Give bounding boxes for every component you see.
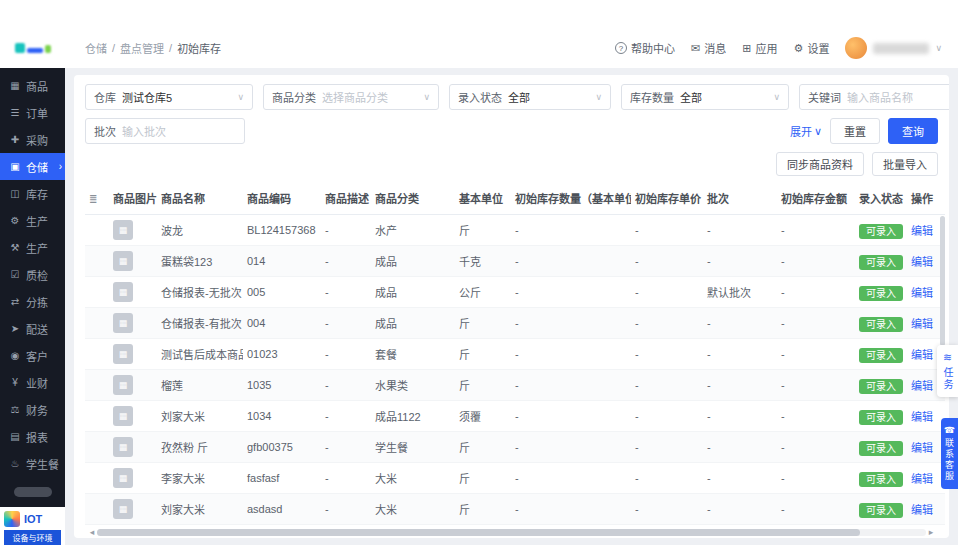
sidebar-item-qc[interactable]: ☑质检	[0, 261, 65, 288]
scrollbar-thumb[interactable]	[97, 529, 860, 536]
edit-link[interactable]: 编辑	[911, 473, 933, 485]
edit-link[interactable]: 编辑	[911, 287, 933, 299]
product-image-placeholder-icon: ▦	[113, 468, 133, 488]
sidebar-item-warehouse[interactable]: ▣仓储›	[0, 153, 65, 180]
sidebar-item-customer[interactable]: ◉客户	[0, 342, 65, 369]
batch-import-button[interactable]: 批量导入	[872, 152, 938, 176]
filter-label: 关键词	[808, 89, 841, 105]
topbar-action-settings[interactable]: ⚙设置	[794, 40, 830, 56]
edit-link[interactable]: 编辑	[911, 349, 933, 361]
cell-amount: -	[777, 215, 855, 246]
sidebar-item-student-meal[interactable]: ♨学生餐	[0, 450, 65, 477]
support-float-button[interactable]: ☎ 联系客服	[941, 418, 958, 489]
cell-unit: 斤	[455, 339, 511, 370]
filter-stock-qty[interactable]: 库存数量全部∨	[621, 84, 789, 110]
table-row: ▦测试售后成本商品01023-套餐斤----可录入编辑	[85, 339, 945, 370]
filter-category[interactable]: 商品分类选择商品分类∨	[263, 84, 439, 110]
horizontal-scrollbar: ◂ ▸	[87, 528, 936, 536]
cell-price: -	[631, 463, 703, 494]
edit-link[interactable]: 编辑	[911, 504, 933, 516]
sidebar-item-production[interactable]: ⚙生产	[0, 207, 65, 234]
status-cell: 可录入	[855, 277, 907, 308]
status-badge: 可录入	[859, 348, 903, 363]
edit-link[interactable]: 编辑	[911, 256, 933, 268]
sidebar: ▦商品☰订单✚采购▣仓储›◫库存⚙生产⚒生产☑质检⇄分拣➤配送◉客户¥业财⚖财务…	[0, 68, 65, 545]
sidebar-collapse-handle[interactable]	[14, 487, 52, 497]
sidebar-item-report[interactable]: ▤报表	[0, 423, 65, 450]
scrollbar-track[interactable]	[97, 529, 926, 536]
avatar[interactable]	[845, 37, 867, 59]
product-image-placeholder-icon: ▦	[113, 499, 133, 519]
topbar-action-label: 帮助中心	[631, 40, 675, 56]
column-header: 商品编码	[243, 182, 321, 215]
filter-keyword[interactable]: 关键词输入商品名称	[799, 84, 949, 110]
table-row: ▦刘家大米asdasd-大米斤----可录入编辑	[85, 494, 945, 525]
apps-icon: ⊞	[742, 42, 751, 55]
inventory-table: ≣商品图片商品名称商品编码商品描述商品分类基本单位初始库存数量（基本单位）初始库…	[85, 182, 945, 525]
edit-link[interactable]: 编辑	[911, 225, 933, 237]
edit-link[interactable]: 编辑	[911, 411, 933, 423]
finance-icon: ⚖	[9, 404, 21, 415]
filter-entry-status[interactable]: 录入状态全部∨	[449, 84, 611, 110]
product-image-placeholder-icon: ▦	[113, 220, 133, 240]
task-float-button[interactable]: ≋ 任务	[937, 345, 958, 397]
breadcrumb-item[interactable]: 仓储	[85, 40, 107, 56]
column-settings-header[interactable]: ≣	[85, 182, 109, 215]
topbar-action-help[interactable]: ?帮助中心	[615, 40, 675, 56]
sidebar-item-orders[interactable]: ☰订单	[0, 99, 65, 126]
search-button[interactable]: 查询	[888, 118, 938, 144]
cell-name: 刘家大米	[157, 401, 243, 432]
iot-panel[interactable]: IOT 设备与环境	[0, 507, 65, 545]
filter-batch[interactable]: 批次输入批次	[85, 118, 245, 144]
sidebar-item-business-finance[interactable]: ¥业财	[0, 369, 65, 396]
edit-link[interactable]: 编辑	[911, 442, 933, 454]
breadcrumb-item[interactable]: 盘点管理	[120, 40, 164, 56]
top-bar: 仓储 / 盘点管理 / 初始库存 ?帮助中心✉消息⊞应用⚙设置 ∨	[0, 28, 958, 68]
user-menu[interactable]: ∨	[845, 37, 942, 59]
cell-name: 榴莲	[157, 370, 243, 401]
sidebar-item-sorting[interactable]: ⇄分拣	[0, 288, 65, 315]
cell-desc: -	[321, 308, 371, 339]
edit-link[interactable]: 编辑	[911, 380, 933, 392]
product-image-cell: ▦	[109, 401, 157, 432]
sidebar-item-delivery[interactable]: ➤配送	[0, 315, 65, 342]
edit-link[interactable]: 编辑	[911, 318, 933, 330]
cell-amount: -	[777, 494, 855, 525]
product-image-placeholder-icon: ▦	[113, 251, 133, 271]
reset-button[interactable]: 重置	[830, 118, 880, 144]
cell-name: 波龙	[157, 215, 243, 246]
sidebar-item-finance[interactable]: ⚖财务	[0, 396, 65, 423]
topbar-action-apps[interactable]: ⊞应用	[742, 40, 777, 56]
cell-code: 01023	[243, 339, 321, 370]
filter-warehouse[interactable]: 仓库测试仓库5∨	[85, 84, 253, 110]
sidebar-item-goods[interactable]: ▦商品	[0, 72, 65, 99]
table-row: ▦波龙BL124157368-水产斤----可录入编辑	[85, 215, 945, 246]
sidebar-item-stock[interactable]: ◫库存	[0, 180, 65, 207]
scroll-left-icon[interactable]: ◂	[87, 527, 97, 537]
expand-toggle[interactable]: 展开 ∨	[790, 123, 822, 139]
scroll-right-icon[interactable]: ▸	[926, 527, 936, 537]
cell-price: -	[631, 308, 703, 339]
vertical-scrollbar[interactable]	[940, 216, 945, 346]
sidebar-item-production-2[interactable]: ⚒生产	[0, 234, 65, 261]
cell-unit: 斤	[455, 432, 511, 463]
sync-goods-button[interactable]: 同步商品资料	[776, 152, 864, 176]
table-row: ▦仓储报表-有批次004-成品斤----可录入编辑	[85, 308, 945, 339]
topbar-action-message[interactable]: ✉消息	[691, 40, 726, 56]
filter-value: 全部	[508, 89, 530, 105]
purchase-icon: ✚	[9, 134, 21, 145]
cell-qty: -	[511, 246, 631, 277]
column-header: 初始库存单价	[631, 182, 703, 215]
status-cell: 可录入	[855, 494, 907, 525]
cell-qty: -	[511, 401, 631, 432]
cell-qty: -	[511, 277, 631, 308]
sorting-icon: ⇄	[9, 296, 21, 307]
delivery-icon: ➤	[9, 323, 21, 334]
sidebar-item-purchase[interactable]: ✚采购	[0, 126, 65, 153]
sidebar-menu: ▦商品☰订单✚采购▣仓储›◫库存⚙生产⚒生产☑质检⇄分拣➤配送◉客户¥业财⚖财务…	[0, 68, 65, 477]
product-image-placeholder-icon: ▦	[113, 282, 133, 302]
row-lead-cell	[85, 277, 109, 308]
filter-placeholder: 输入批次	[122, 123, 166, 139]
breadcrumb-current: 初始库存	[177, 40, 221, 56]
table-body: ▦波龙BL124157368-水产斤----可录入编辑▦蛋糕袋123014-成品…	[85, 215, 945, 525]
